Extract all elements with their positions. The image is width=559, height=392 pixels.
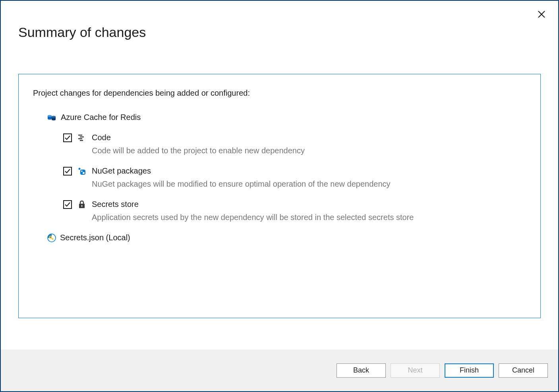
svg-point-5 [48, 115, 52, 116]
svg-point-8 [52, 118, 56, 120]
dependency-header: Azure Cache for Redis [47, 113, 526, 122]
change-description: NuGet packages will be modified to ensur… [92, 180, 526, 189]
nuget-package-icon [77, 167, 86, 176]
content-frame: Project changes for dependencies being a… [18, 74, 541, 318]
secrets-store-row: Secrets.json (Local) [47, 233, 526, 242]
back-button[interactable]: Back [337, 363, 386, 378]
secrets-store-label: Secrets.json (Local) [60, 233, 130, 242]
code-lines-icon [77, 133, 86, 142]
change-title: Secrets store [92, 200, 139, 209]
change-item-code: Code Code will be added to the project t… [63, 133, 526, 155]
svg-rect-12 [78, 138, 82, 139]
nuget-checkbox[interactable] [63, 167, 72, 176]
svg-point-14 [79, 168, 81, 170]
change-title: NuGet packages [92, 166, 151, 176]
svg-point-16 [81, 170, 83, 172]
change-item-secrets: Secrets store Application secrets used b… [63, 200, 526, 222]
svg-rect-11 [80, 136, 84, 137]
change-title: Code [92, 133, 111, 142]
close-icon [538, 11, 545, 18]
next-button: Next [391, 363, 440, 378]
svg-rect-13 [80, 140, 83, 141]
dependency-name: Azure Cache for Redis [61, 113, 141, 122]
check-icon [64, 201, 71, 208]
svg-rect-10 [78, 135, 82, 136]
svg-point-9 [52, 116, 56, 117]
close-button[interactable] [537, 10, 546, 19]
dialog-footer: Back Next Finish Cancel [1, 350, 558, 391]
svg-point-4 [48, 118, 52, 119]
change-item-nuget: NuGet packages NuGet packages will be mo… [63, 166, 526, 189]
check-icon [64, 135, 71, 141]
finish-button[interactable]: Finish [445, 363, 494, 378]
code-checkbox[interactable] [63, 133, 72, 142]
svg-rect-15 [80, 170, 85, 175]
svg-line-23 [52, 238, 53, 239]
key-circle-icon [47, 234, 56, 242]
change-description: Code will be added to the project to ena… [92, 146, 526, 155]
cancel-button[interactable]: Cancel [499, 363, 548, 378]
azure-redis-cache-icon [47, 113, 56, 122]
svg-point-17 [83, 172, 85, 174]
check-icon [64, 168, 71, 174]
intro-text: Project changes for dependencies being a… [33, 89, 526, 98]
lock-icon [77, 200, 86, 209]
dialog-title: Summary of changes [1, 1, 558, 40]
svg-rect-19 [81, 205, 83, 207]
secrets-checkbox[interactable] [63, 200, 72, 209]
change-description: Application secrets used by the new depe… [92, 213, 526, 222]
